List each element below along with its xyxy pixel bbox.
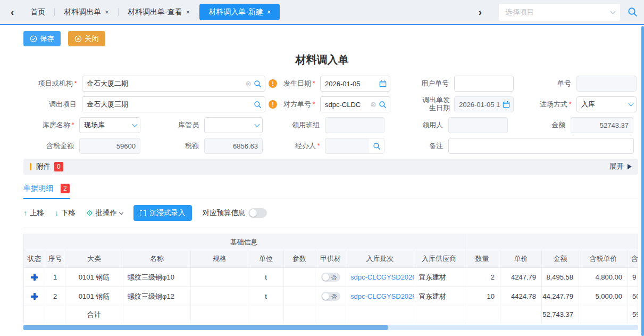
team-input: [325, 117, 384, 133]
chevron-down-icon[interactable]: [255, 122, 260, 127]
action-buttons: 保存 关闭: [23, 31, 644, 46]
expand-button[interactable]: 展开: [609, 162, 632, 171]
tab-home[interactable]: 首页: [21, 4, 54, 20]
tax-incl-label: 含税金额: [23, 142, 79, 150]
cell-unit: t: [248, 268, 284, 287]
detail-table: 基础信息 状态 序号 大类 名称 规格 单位 参数 甲供材 入库批次 入库供应商…: [23, 234, 638, 323]
cell-batch-link[interactable]: sdpc-CLCGYSD2026010: [346, 287, 414, 306]
search-icon[interactable]: [254, 101, 262, 109]
col-header-spec: 规格: [191, 250, 248, 268]
search-icon[interactable]: [628, 7, 638, 17]
search-icon[interactable]: [254, 80, 262, 88]
tab-close-icon[interactable]: ×: [186, 8, 190, 16]
col-header-unit: 单位: [248, 250, 284, 268]
tabs-scroll-right-icon[interactable]: ›: [479, 7, 482, 17]
batch-ops-label: 批操作: [96, 208, 118, 218]
table-group-header: 基础信息: [24, 234, 638, 250]
table-row: 1 0101 钢筋 螺纹三级钢φ10 t 否 sdpc-CLCGYSD20260…: [24, 268, 638, 287]
tab-material-in-new-active[interactable]: 材料调入单-新建 ×: [199, 4, 280, 20]
cell-price: 4424.78: [500, 287, 542, 306]
col-header-qty: 数量: [464, 250, 500, 268]
user-no-input[interactable]: [454, 76, 514, 92]
chevron-down-icon[interactable]: [132, 122, 138, 127]
table-header-row: 状态 序号 大类 名称 规格 单位 参数 甲供材 入库批次 入库供应商 数量 单…: [24, 250, 638, 268]
col-header-price: 单价: [500, 250, 542, 268]
save-button[interactable]: 保存: [23, 31, 61, 46]
info-icon[interactable]: !: [269, 100, 277, 109]
entry-mode-input[interactable]: [576, 96, 637, 112]
vertical-scrollbar[interactable]: [641, 26, 644, 336]
project-select-input[interactable]: [504, 7, 611, 17]
move-down-label: 下移: [61, 208, 76, 218]
amount-label: 金额: [508, 121, 571, 129]
entry-mode-label: 进场方式: [518, 101, 576, 109]
col-header-batch: 入库批次: [346, 250, 414, 268]
tab-close-icon[interactable]: ×: [105, 8, 109, 16]
search-icon[interactable]: [373, 142, 381, 150]
budget-info-label: 对应预算信息: [203, 208, 246, 218]
immersive-entry-button[interactable]: 沉浸式录入: [133, 205, 192, 221]
out-project-input[interactable]: [82, 96, 265, 112]
tab-material-out[interactable]: 材料调出单 ×: [55, 4, 118, 20]
counter-no-field: ⊗: [320, 96, 390, 112]
tab-material-out-view[interactable]: 材料调出单-查看 ×: [119, 4, 199, 20]
supplied-toggle[interactable]: 否: [321, 292, 340, 301]
remark-input[interactable]: [448, 138, 634, 154]
batch-ops-dropdown[interactable]: ⚙ 批操作: [86, 208, 123, 218]
move-up-button[interactable]: ↑ 上移: [23, 208, 44, 218]
add-row-icon[interactable]: [31, 274, 38, 281]
info-icon[interactable]: !: [269, 79, 277, 88]
tab-detail[interactable]: 单据明细 2: [23, 184, 70, 199]
col-header-seq: 序号: [45, 250, 65, 268]
table-row: 2 0101 钢筋 螺纹三级钢φ12 t 否 sdpc-CLCGYSD20260…: [24, 287, 638, 306]
cell-param: [284, 268, 315, 287]
check-circle-icon: [30, 35, 37, 43]
cell-tax-amount: 9: [628, 268, 638, 287]
occur-date-field: [320, 76, 390, 92]
doc-no-input: [576, 76, 637, 92]
org-label: 项目或机构: [23, 80, 82, 88]
attachment-bar[interactable]: 附件 0 展开: [23, 159, 638, 175]
move-up-label: 上移: [30, 208, 44, 218]
chevron-down-icon: [119, 210, 123, 214]
horizontal-scrollbar-thumb[interactable]: [23, 325, 388, 330]
keeper-input[interactable]: [204, 117, 263, 133]
tax-incl-input: [79, 138, 140, 154]
occur-date-label: 发生日期: [281, 80, 320, 88]
budget-info-toggle[interactable]: [248, 208, 267, 218]
table-total-row: 合计 52,743.37 59: [24, 306, 638, 323]
close-button[interactable]: 关闭: [68, 31, 105, 46]
x-circle-icon: [74, 35, 82, 43]
col-header-name: 名称: [123, 250, 191, 268]
clear-icon[interactable]: ⊗: [245, 80, 252, 87]
supplied-toggle[interactable]: 否: [321, 273, 340, 282]
horizontal-scrollbar[interactable]: [23, 325, 638, 330]
calendar-icon[interactable]: [379, 80, 387, 87]
cell-spec: [191, 287, 248, 306]
project-select[interactable]: [499, 4, 620, 21]
handler-label: 经办人: [263, 142, 325, 150]
form-row-1: 项目或机构 ⊗ ! 发生日期 用户单号 单号: [23, 76, 644, 92]
out-project-label: 调出项目: [23, 101, 82, 109]
user-no-field: [454, 76, 514, 92]
cell-qty: 2: [464, 268, 500, 287]
chevron-down-icon[interactable]: [629, 101, 634, 106]
col-header-param: 参数: [284, 250, 315, 268]
cell-spec: [191, 268, 248, 287]
tab-close-icon[interactable]: ×: [267, 8, 271, 16]
detail-tab-bar: 单据明细 2: [23, 183, 638, 199]
move-down-button[interactable]: ↓ 下移: [55, 208, 76, 218]
add-row-icon[interactable]: [31, 293, 38, 300]
toggle-knob-icon: [322, 274, 329, 281]
doc-no-field: [576, 76, 637, 92]
cell-batch-link[interactable]: sdpc-CLCGYSD2026010: [346, 268, 414, 287]
org-input[interactable]: [82, 76, 265, 92]
tax-input: [204, 138, 263, 154]
clear-icon[interactable]: ⊗: [370, 101, 377, 108]
tabs-scroll-left-icon[interactable]: ‹: [11, 7, 14, 17]
cell-name: 螺纹三级钢φ12: [123, 287, 191, 306]
warehouse-input[interactable]: [79, 117, 140, 133]
search-icon[interactable]: [379, 101, 387, 109]
cell-amount: 8,495.58: [542, 268, 579, 287]
tax-incl-field: [79, 138, 140, 154]
